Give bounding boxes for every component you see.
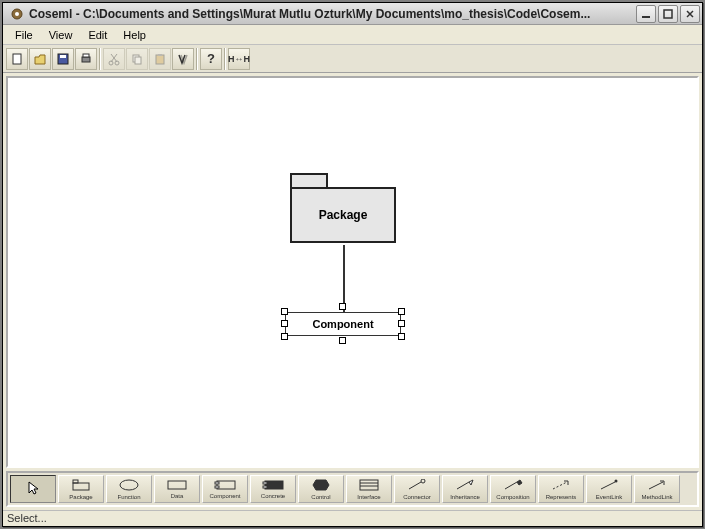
toolbar-separator [99, 48, 101, 70]
interface-tool[interactable]: Interface [346, 475, 392, 503]
toolbar-separator [196, 48, 198, 70]
svg-rect-17 [156, 55, 164, 64]
svg-point-21 [120, 480, 138, 490]
print-button[interactable] [75, 48, 97, 70]
connector-icon [407, 479, 427, 493]
component-tool[interactable]: Component [202, 475, 248, 503]
svg-point-41 [615, 479, 618, 482]
svg-rect-26 [265, 481, 283, 489]
svg-line-33 [409, 482, 421, 489]
component-label: Component [312, 318, 373, 330]
svg-rect-25 [215, 486, 219, 488]
svg-line-35 [457, 482, 469, 489]
titlebar[interactable]: Coseml - C:\Documents and Settings\Murat… [3, 3, 702, 25]
selection-handle[interactable] [398, 333, 405, 340]
data-tool[interactable]: Data [154, 475, 200, 503]
function-icon [119, 479, 139, 493]
selection-handle[interactable] [339, 337, 346, 344]
svg-line-37 [505, 482, 517, 489]
control-tool[interactable]: Control [298, 475, 344, 503]
svg-line-42 [649, 482, 663, 489]
svg-rect-27 [263, 482, 267, 484]
toolbar: ? H↔H [3, 45, 702, 73]
select-tool[interactable] [10, 475, 56, 503]
component-node[interactable]: Component [285, 312, 401, 336]
svg-rect-10 [83, 54, 89, 57]
svg-line-40 [601, 482, 615, 489]
menu-file[interactable]: File [7, 27, 41, 43]
svg-rect-20 [73, 483, 89, 490]
svg-rect-6 [13, 54, 21, 64]
methodlink-icon [647, 479, 667, 493]
svg-rect-28 [263, 486, 267, 488]
pointer-icon [26, 480, 40, 498]
package-icon [72, 479, 90, 493]
copy-button[interactable] [126, 48, 148, 70]
package-tool[interactable]: Package [58, 475, 104, 503]
function-tool[interactable]: Function [106, 475, 152, 503]
package-node[interactable]: Package [290, 173, 396, 243]
selection-handle[interactable] [339, 303, 346, 310]
paste-button[interactable] [149, 48, 171, 70]
interface-icon [359, 479, 379, 493]
connector-line[interactable] [343, 245, 345, 312]
inheritance-tool[interactable]: Inheritance [442, 475, 488, 503]
find-button[interactable] [172, 48, 194, 70]
package-label: Package [290, 187, 396, 243]
svg-point-1 [15, 12, 19, 16]
svg-rect-23 [217, 481, 235, 489]
window-title: Coseml - C:\Documents and Settings\Murat… [29, 7, 636, 21]
palette: Package Function Data Component Concrete… [6, 471, 699, 507]
menubar: File View Edit Help [3, 25, 702, 45]
maximize-button[interactable] [658, 5, 678, 23]
selection-handle[interactable] [281, 308, 288, 315]
menu-view[interactable]: View [41, 27, 81, 43]
concrete-icon [262, 480, 284, 492]
refresh-button[interactable]: H↔H [228, 48, 250, 70]
eventlink-tool[interactable]: EventLink [586, 475, 632, 503]
diagram-canvas[interactable]: Package Component [6, 76, 699, 468]
svg-rect-2 [642, 16, 650, 18]
open-button[interactable] [29, 48, 51, 70]
svg-marker-36 [469, 480, 473, 485]
selection-handle[interactable] [281, 320, 288, 327]
app-icon [9, 6, 25, 22]
menu-help[interactable]: Help [115, 27, 154, 43]
svg-rect-18 [158, 54, 162, 56]
component-icon [214, 480, 236, 492]
svg-point-34 [421, 479, 425, 483]
composition-tool[interactable]: Composition [490, 475, 536, 503]
represents-tool[interactable]: Represents [538, 475, 584, 503]
data-icon [167, 480, 187, 492]
svg-rect-16 [135, 57, 141, 64]
save-button[interactable] [52, 48, 74, 70]
statusbar: Select... [3, 510, 702, 526]
app-window: Coseml - C:\Documents and Settings\Murat… [2, 2, 703, 527]
svg-rect-9 [82, 57, 90, 62]
inheritance-icon [455, 479, 475, 493]
close-button[interactable] [680, 5, 700, 23]
control-icon [312, 479, 330, 493]
minimize-button[interactable] [636, 5, 656, 23]
connector-tool[interactable]: Connector [394, 475, 440, 503]
status-text: Select... [7, 512, 47, 524]
svg-marker-38 [517, 480, 522, 485]
composition-icon [503, 479, 523, 493]
represents-icon [551, 479, 571, 493]
eventlink-icon [599, 479, 619, 493]
selection-handle[interactable] [398, 308, 405, 315]
menu-edit[interactable]: Edit [80, 27, 115, 43]
svg-rect-30 [360, 480, 378, 490]
methodlink-tool[interactable]: MethodLink [634, 475, 680, 503]
svg-rect-24 [215, 482, 219, 484]
toolbar-separator [224, 48, 226, 70]
selection-handle[interactable] [398, 320, 405, 327]
svg-marker-29 [313, 480, 329, 490]
svg-line-39 [553, 482, 567, 489]
help-button[interactable]: ? [200, 48, 222, 70]
new-button[interactable] [6, 48, 28, 70]
selection-handle[interactable] [281, 333, 288, 340]
cut-button[interactable] [103, 48, 125, 70]
svg-rect-8 [60, 55, 66, 58]
concrete-tool[interactable]: Concrete [250, 475, 296, 503]
